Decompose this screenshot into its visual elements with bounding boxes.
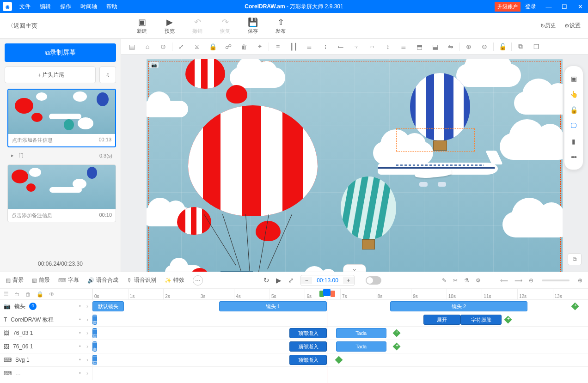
- menu-edit[interactable]: 编辑: [35, 3, 55, 11]
- svg-keyframe[interactable]: [335, 356, 343, 364]
- record-button[interactable]: ⧉ 录制屏幕: [5, 43, 116, 62]
- hourglass-icon[interactable]: ⧖: [189, 40, 205, 53]
- slide-caption[interactable]: 点击添加备注信息: [12, 137, 53, 144]
- tab-more[interactable]: ⋯: [193, 275, 203, 286]
- trash-track-icon[interactable]: 🗑: [25, 291, 31, 298]
- more-tool-icon[interactable]: •••: [567, 151, 580, 164]
- slide-item-1[interactable]: 01 点击添加备注信息00: [5, 89, 116, 147]
- head-tail-button[interactable]: ＋ 片头片尾: [5, 67, 96, 83]
- copy-icon[interactable]: ⧉: [513, 40, 528, 53]
- stack-icon[interactable]: ≣: [396, 40, 411, 53]
- tab-fx[interactable]: ✨特效: [165, 276, 184, 284]
- clip-camera-2[interactable]: 镜头 2: [390, 301, 528, 311]
- collapse-all-icon[interactable]: ☰: [4, 291, 9, 298]
- visibility-icon[interactable]: 👁: [49, 291, 55, 298]
- flip-h-icon[interactable]: ⇋: [443, 40, 459, 53]
- new-folder-icon[interactable]: 🗀: [14, 291, 20, 298]
- align-v-icon[interactable]: ┃┃: [286, 40, 301, 53]
- slide-caption[interactable]: 点击添加备注信息: [12, 212, 52, 219]
- menu-timeline[interactable]: 时间轴: [76, 3, 102, 11]
- align-right-icon[interactable]: ≣: [301, 40, 317, 53]
- slide-item-2[interactable]: 02 点击添加备注信息00:10: [5, 164, 116, 222]
- dist-h-icon[interactable]: ↔: [364, 40, 380, 53]
- display-tool-icon[interactable]: 🖵: [567, 119, 580, 132]
- login-button[interactable]: 登录: [521, 3, 541, 11]
- clip-svg-always[interactable]: 一直: [92, 355, 97, 365]
- device-tool-icon[interactable]: ▮: [567, 135, 580, 148]
- add-img2-keyframe[interactable]: [392, 343, 400, 351]
- save-button[interactable]: 💾保存: [239, 17, 267, 35]
- menu-help[interactable]: 帮助: [102, 3, 122, 11]
- play-button[interactable]: ▶: [276, 276, 282, 285]
- hand-tool-icon[interactable]: 👆: [567, 88, 580, 101]
- restart-icon[interactable]: ↻: [263, 276, 270, 285]
- clip-img1-fx[interactable]: Tada: [336, 328, 386, 338]
- unlock-icon[interactable]: 🔓: [495, 40, 510, 53]
- link-icon[interactable]: ☍: [220, 40, 236, 53]
- align-middle-icon[interactable]: ≔: [333, 40, 349, 53]
- stage[interactable]: 📷: [147, 59, 563, 272]
- clip-camera-default[interactable]: 默认镜头: [92, 301, 124, 311]
- tab-subtitle[interactable]: ⌨字幕: [58, 276, 79, 284]
- add-text-keyframe[interactable]: [504, 316, 512, 324]
- layers-icon[interactable]: ▤: [124, 40, 140, 53]
- help-icon[interactable]: ?: [29, 303, 37, 310]
- clip-text-always[interactable]: 一直: [92, 315, 97, 325]
- publish-button[interactable]: ⇧发布: [267, 17, 294, 35]
- maximize-button[interactable]: ☐: [557, 3, 572, 10]
- clip-img2-enter[interactable]: 顶部渐入: [289, 341, 326, 352]
- clip-svg-enter[interactable]: 顶部渐入: [289, 355, 326, 365]
- filter-icon[interactable]: ⚗: [464, 277, 469, 284]
- tab-asr[interactable]: 🎙语音识别: [127, 276, 156, 284]
- focus-icon[interactable]: ⌖: [252, 40, 268, 53]
- zoom-in-icon[interactable]: ⊕: [461, 40, 477, 53]
- zoom-out-icon[interactable]: ⊖: [477, 40, 492, 53]
- clip-img2-always[interactable]: 一直: [92, 341, 97, 352]
- lock-track-icon[interactable]: 🔒: [37, 291, 43, 298]
- cut-icon[interactable]: ✂: [453, 277, 458, 284]
- new-button[interactable]: ▣新建: [128, 17, 156, 35]
- clip-text-charfx[interactable]: 字符膨胀: [460, 315, 501, 325]
- tab-background[interactable]: ▨背景: [6, 276, 24, 284]
- zoom-out-small-icon[interactable]: ⊖: [529, 277, 533, 284]
- marker-right-icon[interactable]: ⟹: [514, 277, 522, 284]
- minimize-button[interactable]: —: [541, 3, 557, 10]
- zoom-slider[interactable]: [542, 280, 570, 281]
- tab-foreground[interactable]: ▧前景: [32, 276, 50, 284]
- delete-icon[interactable]: 🗑: [236, 40, 252, 53]
- airplane[interactable]: [378, 156, 498, 184]
- upgrade-button[interactable]: 升级账户: [495, 2, 521, 12]
- fullscreen-icon[interactable]: ⤢: [288, 276, 294, 285]
- preview-button[interactable]: ▶预览: [156, 17, 184, 35]
- history-button[interactable]: ↻ 历史: [540, 22, 556, 30]
- more-circle-icon[interactable]: ⊙: [155, 40, 171, 53]
- lock-icon[interactable]: 🔒: [205, 40, 220, 53]
- marker-left-icon[interactable]: ⟸: [500, 277, 508, 284]
- edit-icon[interactable]: ✎: [442, 277, 447, 284]
- unlock-tool-icon[interactable]: 🔓: [567, 103, 580, 116]
- menu-operate[interactable]: 操作: [55, 3, 76, 11]
- close-button[interactable]: ✕: [572, 3, 588, 10]
- clip-img1-enter[interactable]: 顶部渐入: [289, 328, 326, 338]
- pointer-icon[interactable]: ⤢: [173, 40, 189, 53]
- collapse-canvas-button[interactable]: ⌄: [343, 264, 366, 272]
- zoom-in-small-icon[interactable]: ⊕: [578, 277, 582, 284]
- time-input[interactable]: − 00:13.00 +: [300, 275, 355, 286]
- redo-button[interactable]: ↷恢复: [211, 17, 239, 35]
- time-plus[interactable]: +: [343, 277, 354, 284]
- toggle-switch[interactable]: [366, 276, 381, 285]
- align-bottom-icon[interactable]: ⫟: [349, 40, 364, 53]
- tab-tts[interactable]: 🔊语音合成: [87, 276, 118, 284]
- music-button[interactable]: ♫: [99, 67, 116, 83]
- menu-file[interactable]: 文件: [15, 3, 35, 11]
- transition-row[interactable]: ▸ 门 0.3(s): [7, 150, 116, 161]
- clip-text-expand[interactable]: 展开: [423, 315, 460, 325]
- canvas-overview-icon[interactable]: ⧉: [568, 253, 582, 265]
- dist-v-icon[interactable]: ↕: [380, 40, 396, 53]
- home-icon[interactable]: ⌂: [140, 40, 155, 53]
- duplicate-icon[interactable]: ❐: [528, 40, 544, 53]
- settings-small-icon[interactable]: ⚙: [476, 277, 481, 284]
- time-minus[interactable]: −: [301, 277, 312, 284]
- undo-button[interactable]: ↶撤销: [184, 17, 211, 35]
- settings-button[interactable]: ⚙ 设置: [564, 22, 581, 30]
